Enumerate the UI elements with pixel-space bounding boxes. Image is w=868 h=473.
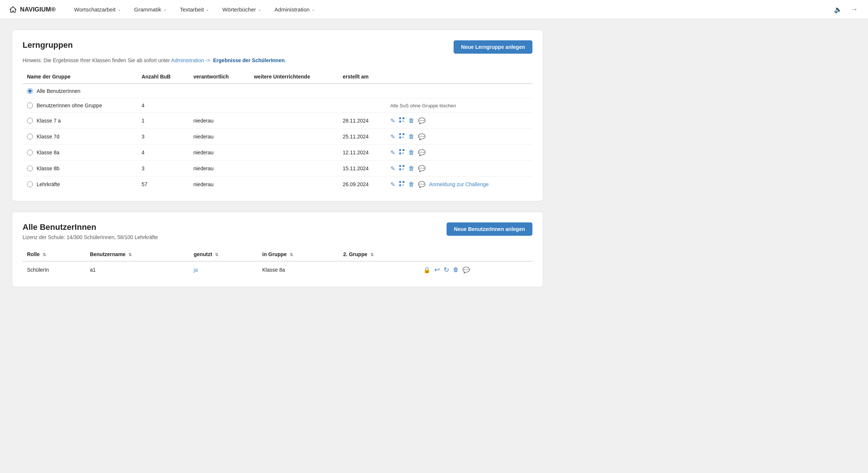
chevron-down-icon: ⌄ [163, 7, 166, 12]
delete-sus-link[interactable]: Alle SuS ohne Gruppe löschen [390, 103, 456, 108]
ergebnisse-link[interactable]: Ergebnisse der SchülerInnen [213, 57, 285, 63]
col-in-gruppe: in Gruppe ⇅ [258, 248, 339, 261]
group-radio[interactable] [27, 150, 33, 155]
svg-rect-34 [403, 166, 404, 166]
col-zweite-gruppe-label: 2. Gruppe [343, 251, 367, 257]
lerngruppen-table-row: Alle BenutzerInnen [23, 84, 532, 98]
svg-rect-29 [403, 154, 404, 154]
group-radio[interactable] [27, 103, 33, 108]
user-gruppe: Klasse 8a [258, 261, 339, 278]
delete-user-icon[interactable]: 🗑 [453, 266, 459, 273]
svg-rect-16 [403, 137, 403, 137]
edit-group-icon[interactable]: ✎ [390, 181, 395, 188]
delete-group-icon[interactable]: 🗑 [408, 165, 414, 172]
group-verantwortlich [189, 98, 249, 113]
svg-rect-7 [403, 121, 404, 121]
svg-rect-47 [403, 184, 404, 185]
svg-rect-33 [400, 166, 400, 166]
group-weitere [249, 177, 338, 192]
challenge-link[interactable]: Anmeldung zur Challenge [429, 181, 489, 187]
delete-group-icon[interactable]: 🗑 [408, 133, 414, 140]
delete-group-icon[interactable]: 🗑 [408, 149, 414, 156]
delete-group-icon[interactable]: 🗑 [408, 117, 414, 124]
group-radio[interactable] [27, 118, 33, 124]
svg-rect-6 [403, 121, 403, 121]
group-weitere [249, 84, 338, 98]
nav-right: 🔈 → [832, 4, 859, 15]
col-name: Name der Gruppe [23, 70, 137, 84]
group-weitere [249, 161, 338, 177]
group-verantwortlich: niederau [189, 113, 249, 129]
message-group-icon[interactable]: 💬 [418, 133, 425, 140]
user-genutzt: ja [189, 261, 258, 278]
lerngruppen-table-row: Klasse 7d3niederau25.11.2024✎🗑💬 [23, 129, 532, 145]
qr-code-icon[interactable] [399, 117, 405, 124]
group-weitere [249, 98, 338, 113]
nav-grammatik[interactable]: Grammatik ⌄ [128, 0, 173, 19]
group-radio[interactable] [27, 134, 33, 140]
administration-link[interactable]: Administration -> [171, 57, 210, 63]
sort-icon: ⇅ [128, 252, 132, 257]
nav-wortschatzarbeit-label: Wortschatzarbeit [74, 6, 115, 13]
neue-lerngruppe-button[interactable]: Neue Lerngruppe anlegen [454, 40, 532, 54]
col-benutzername-label: Benutzername [90, 251, 125, 257]
edit-group-icon[interactable]: ✎ [390, 165, 395, 172]
svg-rect-8 [403, 122, 403, 123]
group-weitere [249, 129, 338, 145]
edit-group-icon[interactable]: ✎ [390, 117, 395, 124]
logout-icon-button[interactable]: → [850, 4, 859, 15]
nav-administration[interactable]: Administration ⌄ [268, 0, 322, 19]
edit-group-icon[interactable]: ✎ [390, 133, 395, 140]
svg-rect-4 [403, 118, 404, 118]
group-radio[interactable] [27, 165, 33, 171]
message-group-icon[interactable]: 💬 [418, 181, 425, 188]
nav-textarbeit[interactable]: Textarbeit ⌄ [173, 0, 216, 19]
svg-rect-13 [400, 134, 400, 134]
svg-rect-3 [400, 118, 400, 118]
nav-woerterbuecher[interactable]: Wörterbücher ⌄ [216, 0, 268, 19]
edit-group-icon[interactable]: ✎ [390, 149, 395, 156]
user-genutzt-link[interactable]: ja [194, 267, 198, 273]
nav-wortschatzarbeit[interactable]: Wortschatzarbeit ⌄ [67, 0, 127, 19]
qr-code-icon[interactable] [399, 181, 405, 188]
group-name-cell: Alle BenutzerInnen [23, 84, 137, 98]
qr-code-icon[interactable] [399, 165, 405, 172]
user-gruppe2 [339, 261, 419, 278]
svg-rect-24 [403, 150, 404, 150]
message-user-icon[interactable]: 💬 [462, 266, 470, 274]
svg-rect-49 [403, 185, 404, 186]
svg-rect-37 [403, 168, 404, 169]
group-name-text: Alle BenutzerInnen [37, 88, 80, 94]
speaker-icon-button[interactable]: 🔈 [832, 4, 844, 15]
login-as-user-icon[interactable]: ↩ [434, 266, 440, 274]
benutzer-card: Alle BenutzerInnen Lizenz der Schule: 14… [12, 212, 543, 287]
group-weitere [249, 145, 338, 161]
user-rolle: SchülerIn [23, 261, 85, 278]
home-icon [9, 6, 17, 14]
nav-administration-label: Administration [275, 6, 310, 13]
delete-group-icon[interactable]: 🗑 [408, 181, 414, 188]
sort-icon: ⇅ [290, 252, 293, 257]
lock-user-icon[interactable]: 🔒 [423, 266, 431, 274]
lerngruppen-table-row: Klasse 8b3niederau15.11.2024✎🗑💬 [23, 161, 532, 177]
group-actions: ✎🗑💬Anmeldung zur Challenge [386, 177, 532, 192]
group-erstellt: 15.11.2024 [338, 161, 386, 177]
qr-code-icon[interactable] [399, 133, 405, 140]
group-radio[interactable] [27, 181, 33, 187]
col-in-gruppe-label: in Gruppe [262, 251, 287, 257]
group-anzahl: 4 [137, 98, 189, 113]
message-group-icon[interactable]: 💬 [418, 165, 425, 172]
refresh-user-icon[interactable]: ↻ [444, 266, 449, 274]
group-verantwortlich: niederau [189, 161, 249, 177]
svg-rect-43 [400, 182, 400, 182]
group-radio[interactable] [27, 88, 33, 94]
col-weitere: weitere Unterrichtende [249, 70, 338, 84]
message-group-icon[interactable]: 💬 [418, 149, 425, 156]
chevron-down-icon: ⌄ [312, 7, 315, 12]
qr-code-icon[interactable] [399, 149, 405, 156]
group-name-text: Klasse 8b [37, 165, 59, 171]
group-name-cell: Klasse 8b [23, 161, 137, 177]
group-anzahl: 1 [137, 113, 189, 129]
message-group-icon[interactable]: 💬 [418, 117, 425, 124]
neue-benutzer-button[interactable]: Neue BenutzerInnen anlegen [447, 222, 532, 236]
